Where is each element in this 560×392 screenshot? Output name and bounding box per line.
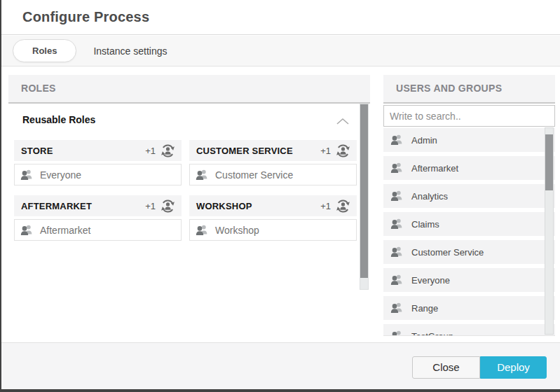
role-member-label: Aftermarket <box>40 225 90 236</box>
list-item-label: Analytics <box>411 191 448 202</box>
list-item-label: Claims <box>411 219 439 230</box>
users-and-groups-list: Admin Aftermarket Analytics Claims Custo… <box>383 127 555 336</box>
user-icon <box>20 169 32 181</box>
list-item-customer-service[interactable]: Customer Service <box>383 240 555 264</box>
role-name: STORE <box>21 146 145 156</box>
configure-process-dialog: Configure Process Roles Instance setting… <box>1 0 560 389</box>
role-count-badge: +1 <box>320 146 331 156</box>
list-item-label: Admin <box>411 135 437 146</box>
role-card-header[interactable]: AFTERMARKET +1 <box>14 195 182 216</box>
list-item-label: Customer Service <box>411 247 484 258</box>
list-item-label: Range <box>411 303 438 314</box>
user-icon <box>196 169 207 181</box>
role-card-header[interactable]: CUSTOMER SERVICE +1 <box>189 140 357 161</box>
reusable-role-icon <box>160 198 176 214</box>
role-name: AFTERMARKET <box>21 201 145 211</box>
user-icon <box>20 225 32 236</box>
role-count-badge: +1 <box>145 201 156 211</box>
user-icon <box>390 218 402 230</box>
list-item-admin[interactable]: Admin <box>383 128 555 152</box>
list-item-analytics[interactable]: Analytics <box>383 184 555 208</box>
list-item-label: Aftermarket <box>411 163 458 174</box>
reusable-role-icon <box>160 143 176 159</box>
role-member-label: Everyone <box>40 169 81 181</box>
deploy-button[interactable]: Deploy <box>480 356 547 379</box>
user-icon <box>390 134 402 146</box>
role-count-badge: +1 <box>320 201 331 211</box>
list-item-label: Everyone <box>411 275 450 286</box>
role-card-customer-service: CUSTOMER SERVICE +1 Customer Service <box>189 140 357 186</box>
reusable-roles-section-header[interactable]: Reusable Roles <box>8 112 360 130</box>
role-card-header[interactable]: WORKSHOP +1 <box>189 195 357 216</box>
users-scrollbar[interactable] <box>545 127 554 335</box>
list-item-testgroup[interactable]: TestGroup <box>383 324 555 336</box>
tab-instance-settings[interactable]: Instance settings <box>93 46 167 57</box>
role-member-label: Customer Service <box>215 169 293 181</box>
role-member-row[interactable]: Customer Service <box>189 164 357 186</box>
reusable-roles-label: Reusable Roles <box>22 114 95 125</box>
list-item-everyone[interactable]: Everyone <box>383 268 555 292</box>
role-card-store: STORE +1 Everyone <box>14 140 182 186</box>
users-scrollbar-thumb[interactable] <box>545 134 553 190</box>
role-name: CUSTOMER SERVICE <box>196 146 320 156</box>
user-icon <box>390 302 402 314</box>
list-item-aftermarket[interactable]: Aftermarket <box>383 156 555 180</box>
role-count-badge: +1 <box>145 146 156 156</box>
user-icon <box>390 330 402 336</box>
role-member-row[interactable]: Everyone <box>14 164 182 186</box>
list-item-claims[interactable]: Claims <box>383 212 555 236</box>
role-name: WORKSHOP <box>196 201 320 211</box>
page-background: { "dialog": { "title": "Configure Proces… <box>0 0 560 392</box>
role-card-header[interactable]: STORE +1 <box>14 140 182 161</box>
roles-panel-title: ROLES <box>8 75 370 104</box>
user-icon <box>390 246 402 258</box>
dialog-title: Configure Process <box>22 9 149 25</box>
users-search-input[interactable] <box>383 105 555 127</box>
role-card-aftermarket: AFTERMARKET +1 Aftermarket <box>14 195 182 241</box>
role-card-workshop: WORKSHOP +1 Workshop <box>189 195 357 241</box>
user-icon <box>196 225 207 236</box>
user-icon <box>390 162 402 174</box>
reusable-role-icon <box>335 198 351 214</box>
users-panel-title: USERS AND GROUPS <box>383 75 555 104</box>
dialog-header: Configure Process <box>1 0 560 35</box>
list-item-label: TestGroup <box>411 331 453 337</box>
tab-bar: Roles Instance settings <box>1 36 560 66</box>
list-item-range[interactable]: Range <box>383 296 555 320</box>
user-icon <box>390 190 402 202</box>
user-icon <box>390 274 402 286</box>
reusable-role-icon <box>335 143 351 159</box>
tab-roles[interactable]: Roles <box>13 39 76 62</box>
chevron-up-icon[interactable] <box>336 117 350 125</box>
roles-scrollbar[interactable] <box>360 104 369 290</box>
role-member-row[interactable]: Workshop <box>189 219 357 241</box>
dialog-footer: Close Deploy <box>1 342 560 389</box>
close-button[interactable]: Close <box>412 356 480 379</box>
role-member-label: Workshop <box>215 225 259 236</box>
role-member-row[interactable]: Aftermarket <box>14 219 182 241</box>
roles-scrollbar-thumb[interactable] <box>360 104 368 278</box>
